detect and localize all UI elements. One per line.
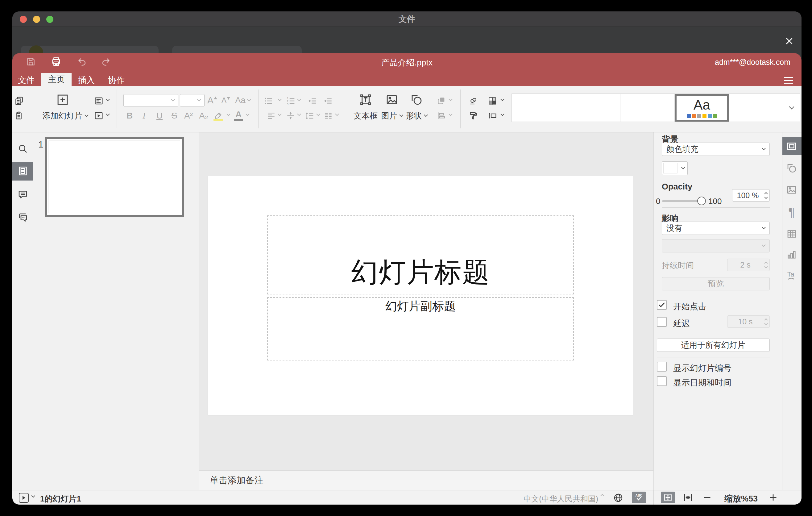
increase-font-button[interactable]: A: [206, 94, 219, 107]
slideshow-chevron[interactable]: [106, 112, 110, 116]
zoom-in-button[interactable]: [767, 492, 779, 503]
slide-settings-icon[interactable]: [785, 140, 798, 152]
bold-button[interactable]: B: [124, 110, 135, 121]
apply-to-all-slides-button[interactable]: 适用于所有幻灯片: [657, 339, 770, 352]
opacity-slider-handle[interactable]: [697, 197, 706, 205]
line-spacing-chevron[interactable]: [316, 112, 320, 116]
document-language-icon[interactable]: [612, 492, 625, 504]
vertical-align-icon[interactable]: [285, 110, 296, 121]
delay-checkbox[interactable]: [657, 317, 667, 327]
tab-file[interactable]: 文件: [16, 75, 37, 86]
arrange-icon[interactable]: [436, 95, 447, 107]
numbering-icon[interactable]: 123: [285, 95, 297, 107]
duration-input[interactable]: 2 s: [727, 259, 770, 271]
start-on-click-checkbox[interactable]: [657, 300, 667, 310]
slide-thumbnail[interactable]: [45, 137, 184, 217]
slideshow-mode-chevron[interactable]: [31, 494, 35, 498]
show-date-time-checkbox[interactable]: [657, 376, 667, 386]
spellcheck-toggle[interactable]: ABC: [632, 492, 646, 503]
background-color-picker[interactable]: [662, 162, 688, 175]
theme-option[interactable]: [729, 94, 783, 122]
horizontal-align-chevron[interactable]: [278, 112, 282, 116]
menu-icon[interactable]: [782, 76, 795, 85]
slide-page[interactable]: 幻灯片标题 幻灯片副标题: [208, 176, 633, 415]
theme-gallery-expand-chevron[interactable]: [783, 94, 800, 122]
opacity-slider-track[interactable]: [662, 200, 701, 202]
arrange-chevron[interactable]: [448, 97, 453, 101]
slide-subtitle-placeholder[interactable]: 幻灯片副标题: [267, 297, 574, 361]
vertical-align-chevron[interactable]: [297, 112, 301, 116]
theme-option[interactable]: [566, 94, 620, 122]
maximize-traffic-light[interactable]: [46, 16, 53, 23]
paste-button[interactable]: [13, 110, 25, 121]
duration-spinner[interactable]: [765, 259, 767, 271]
align-shapes-icon[interactable]: [436, 110, 447, 121]
columns-chevron[interactable]: [335, 112, 339, 116]
fit-slide-toggle[interactable]: [661, 492, 675, 503]
chart-settings-icon[interactable]: [785, 249, 798, 261]
font-name-select[interactable]: [123, 94, 178, 107]
delay-spinner[interactable]: [765, 316, 767, 327]
add-slide-icon[interactable]: [56, 93, 69, 107]
color-picker-chevron[interactable]: [679, 162, 687, 175]
show-slide-number-checkbox[interactable]: [657, 362, 667, 372]
columns-icon[interactable]: [323, 110, 334, 121]
align-shapes-chevron[interactable]: [448, 112, 453, 116]
fit-width-button[interactable]: [681, 492, 695, 503]
opacity-input[interactable]: 100 %: [732, 189, 770, 202]
copy-style-icon[interactable]: [468, 110, 479, 121]
decrease-font-button[interactable]: A: [220, 94, 232, 107]
line-spacing-icon[interactable]: [304, 110, 315, 121]
theme-option-selected[interactable]: Aa: [675, 94, 729, 122]
effect-select[interactable]: 没有: [662, 222, 770, 235]
superscript-button[interactable]: A²: [182, 110, 195, 121]
close-traffic-light[interactable]: [20, 16, 27, 23]
bullets-chevron[interactable]: [278, 97, 282, 101]
change-case-button[interactable]: Aa: [234, 94, 252, 107]
copy-button[interactable]: [13, 95, 25, 107]
clear-style-icon[interactable]: [468, 95, 479, 107]
italic-button[interactable]: I: [139, 110, 150, 121]
decrease-indent-icon[interactable]: [307, 95, 318, 107]
slide-layout-chevron[interactable]: [106, 97, 110, 101]
close-icon[interactable]: [781, 33, 797, 49]
underline-button[interactable]: U: [154, 110, 165, 121]
font-color-chevron[interactable]: [245, 112, 250, 116]
slide-size-chevron[interactable]: [500, 112, 504, 116]
color-scheme-chevron[interactable]: [500, 97, 504, 101]
highlight-color-icon[interactable]: [211, 109, 225, 122]
shape-settings-icon[interactable]: [785, 162, 798, 174]
slides-panel-icon[interactable]: [17, 165, 29, 177]
chat-icon[interactable]: [17, 211, 29, 224]
delay-input[interactable]: 10 s: [727, 315, 770, 328]
paragraph-settings-icon[interactable]: ¶: [785, 206, 798, 218]
shape-icon[interactable]: [410, 93, 423, 107]
language-label[interactable]: 中文(中华人民共和国): [518, 494, 598, 504]
comments-icon[interactable]: [17, 188, 29, 201]
textart-settings-icon[interactable]: Ta: [785, 269, 798, 282]
increase-indent-icon[interactable]: [323, 95, 334, 107]
highlight-color-chevron[interactable]: [227, 112, 230, 116]
image-settings-icon[interactable]: [785, 183, 798, 196]
effect-type-select[interactable]: [662, 239, 770, 253]
tab-insert[interactable]: 插入: [76, 75, 97, 86]
slide-layout-icon[interactable]: [93, 95, 104, 107]
numbering-chevron[interactable]: [297, 97, 301, 101]
font-color-icon[interactable]: A: [232, 109, 245, 122]
add-slide-button[interactable]: 添加幻灯片: [42, 111, 88, 120]
subscript-button[interactable]: A₂: [197, 110, 210, 121]
start-slideshow-button[interactable]: [19, 493, 29, 503]
theme-option[interactable]: [512, 94, 566, 122]
theme-option[interactable]: [620, 94, 675, 122]
shape-button[interactable]: 形状: [398, 111, 435, 120]
start-slideshow-icon[interactable]: [93, 110, 104, 121]
search-icon[interactable]: [17, 143, 29, 155]
tab-collaboration[interactable]: 协作: [106, 75, 127, 86]
table-settings-icon[interactable]: [785, 228, 798, 240]
preview-button[interactable]: 预览: [662, 277, 770, 290]
textbox-icon[interactable]: [359, 93, 372, 107]
slide-size-icon[interactable]: [487, 110, 498, 121]
strikeout-button[interactable]: S: [169, 110, 180, 121]
color-scheme-icon[interactable]: [487, 95, 498, 107]
opacity-spinner[interactable]: [765, 190, 767, 201]
